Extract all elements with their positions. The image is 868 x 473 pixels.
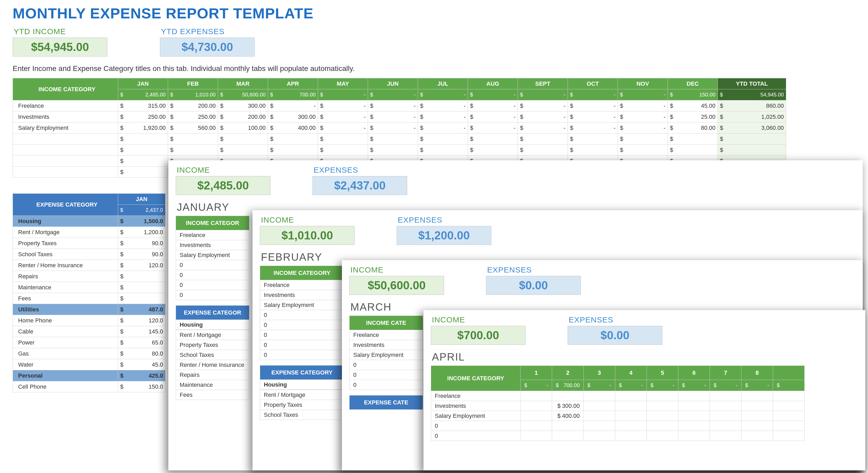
income-cell[interactable]: $- — [618, 123, 668, 134]
apr-income-cell[interactable] — [521, 411, 552, 421]
income-category-cell[interactable]: Investments — [13, 111, 118, 123]
income-category-cell[interactable]: Salary Employment — [13, 123, 118, 134]
income-cell[interactable]: $- — [318, 123, 368, 134]
expense-row[interactable]: Personal$425.0 — [13, 370, 165, 381]
mini-row[interactable]: School Taxes — [260, 410, 344, 420]
apr-income-cell[interactable] — [647, 431, 678, 441]
apr-income-cell[interactable] — [521, 391, 552, 401]
apr-income-cell[interactable] — [584, 431, 615, 441]
apr-income-row[interactable]: 0 — [431, 421, 805, 431]
mini-row[interactable]: 0 — [260, 340, 344, 350]
apr-income-row[interactable]: Investments$300.00 — [431, 401, 805, 411]
mini-row[interactable]: Fees — [176, 390, 249, 400]
apr-income-cell[interactable] — [647, 411, 678, 421]
income-cell[interactable]: $300.00 — [268, 111, 318, 123]
mini-row[interactable]: Investments — [176, 240, 249, 250]
expense-value-cell[interactable]: $120.0 — [118, 315, 165, 326]
apr-income-cell[interactable] — [584, 401, 615, 411]
income-cell[interactable]: $1,920.00 — [118, 123, 168, 134]
apr-income-cell[interactable] — [742, 401, 773, 411]
expense-row[interactable]: Repairs$ — [13, 271, 165, 282]
income-cell[interactable]: $- — [418, 100, 468, 111]
apr-income-cell[interactable] — [615, 401, 647, 411]
apr-income-cell[interactable]: $300.00 — [552, 401, 584, 411]
apr-income-cell[interactable] — [647, 421, 678, 431]
income-cell[interactable]: $- — [368, 100, 418, 111]
expense-row[interactable]: Power$65.0 — [13, 337, 165, 348]
income-cell[interactable]: $200.00 — [168, 100, 218, 111]
apr-income-cell[interactable] — [678, 431, 710, 441]
income-row[interactable]: Freelance$315.00$200.00$300.00$-$-$-$-$-… — [13, 100, 786, 111]
expense-value-cell[interactable]: $90.0 — [118, 238, 165, 249]
income-row[interactable]: Investments$250.00$250.00$200.00$300.00$… — [13, 111, 786, 123]
income-cell[interactable]: $- — [418, 111, 468, 123]
apr-income-cell[interactable] — [710, 401, 742, 411]
income-cell[interactable]: $560.00 — [168, 123, 218, 134]
expense-value-cell[interactable]: $65.0 — [118, 337, 165, 348]
apr-income-cell[interactable] — [552, 391, 584, 401]
expense-row[interactable]: Home Phone$120.0 — [13, 315, 165, 326]
mini-row[interactable]: Investments — [260, 290, 344, 300]
mini-row[interactable]: 0 — [349, 370, 423, 380]
apr-income-cell[interactable] — [710, 391, 742, 401]
apr-income-cell[interactable] — [615, 431, 647, 441]
income-cell[interactable]: $- — [368, 123, 418, 134]
expense-category-cell[interactable]: Water — [13, 359, 118, 370]
mini-row[interactable]: 0 — [176, 260, 249, 270]
expense-category-cell[interactable]: School Taxes — [13, 249, 118, 260]
mini-row[interactable]: 0 — [176, 270, 249, 280]
apr-income-cell[interactable] — [710, 421, 742, 431]
expense-row[interactable]: School Taxes$90.0 — [13, 249, 165, 260]
apr-income-cell[interactable] — [742, 421, 773, 431]
expense-value-cell[interactable]: $90.0 — [118, 249, 165, 260]
expense-category-cell[interactable]: Maintenance — [13, 282, 118, 293]
apr-income-cell[interactable] — [521, 421, 552, 431]
apr-income-row[interactable]: Freelance — [431, 391, 805, 401]
expense-category-cell[interactable]: Cable — [13, 326, 118, 337]
income-cell[interactable]: $- — [468, 100, 518, 111]
income-row[interactable]: Salary Employment$1,920.00$560.00$100.00… — [13, 123, 786, 134]
expense-category-cell[interactable]: Rent / Mortgage — [13, 227, 118, 238]
expense-value-cell[interactable]: $ — [118, 271, 165, 282]
apr-income-cell[interactable] — [615, 421, 647, 431]
expense-category-cell[interactable]: Property Taxes — [13, 238, 118, 249]
expense-value-cell[interactable]: $120.0 — [118, 260, 165, 271]
income-cell[interactable]: $45.00 — [668, 100, 718, 111]
expense-category-cell[interactable]: Cell Phone — [13, 381, 118, 392]
expense-row[interactable]: Cell Phone$150.0 — [13, 381, 165, 392]
income-cell[interactable]: $- — [368, 111, 418, 123]
apr-income-cell[interactable] — [584, 411, 615, 421]
income-cell[interactable]: $- — [268, 100, 318, 111]
expense-category-cell[interactable]: Fees — [13, 293, 118, 304]
expense-value-cell[interactable]: $150.0 — [118, 381, 165, 392]
apr-income-cell[interactable] — [521, 401, 552, 411]
mini-row[interactable]: Rent / Mortgage — [260, 390, 344, 400]
income-cell[interactable]: $- — [568, 100, 618, 111]
expense-row[interactable]: Property Taxes$90.0 — [13, 238, 165, 249]
apr-income-cell[interactable] — [742, 391, 773, 401]
income-cell[interactable]: $- — [518, 123, 568, 134]
expense-row[interactable]: Renter / Home Insurance$120.0 — [13, 260, 165, 271]
apr-income-cell[interactable] — [552, 431, 584, 441]
expense-category-cell[interactable]: Housing — [13, 216, 118, 227]
mini-row[interactable]: School Taxes — [176, 350, 249, 360]
income-cell[interactable]: $250.00 — [118, 111, 168, 123]
mini-row[interactable]: Salary Employment — [176, 250, 249, 260]
income-row-blank[interactable]: $$$$$$$$$$$$$ — [13, 134, 786, 144]
apr-income-cell[interactable] — [678, 421, 710, 431]
expense-category-cell[interactable]: Personal — [13, 370, 118, 381]
expense-row[interactable]: Gas$80.0 — [13, 348, 165, 359]
mini-row[interactable]: Renter / Home Insurance — [176, 360, 249, 370]
apr-income-cell[interactable] — [647, 391, 678, 401]
expense-row[interactable]: Housing$1,500.0 — [13, 216, 165, 227]
expense-value-cell[interactable]: $45.0 — [118, 359, 165, 370]
income-cell[interactable]: $- — [618, 100, 668, 111]
mini-row[interactable]: 0 — [260, 330, 344, 340]
income-cell[interactable]: $400.00 — [268, 123, 318, 134]
expense-value-cell[interactable]: $425.0 — [118, 370, 165, 381]
apr-income-cell[interactable] — [584, 421, 615, 431]
mini-row[interactable]: Salary Employment — [260, 300, 344, 310]
expense-category-cell[interactable]: Renter / Home Insurance — [13, 260, 118, 271]
expense-row[interactable]: Cable$145.0 — [13, 326, 165, 337]
mini-row[interactable]: Freelance — [176, 230, 249, 240]
